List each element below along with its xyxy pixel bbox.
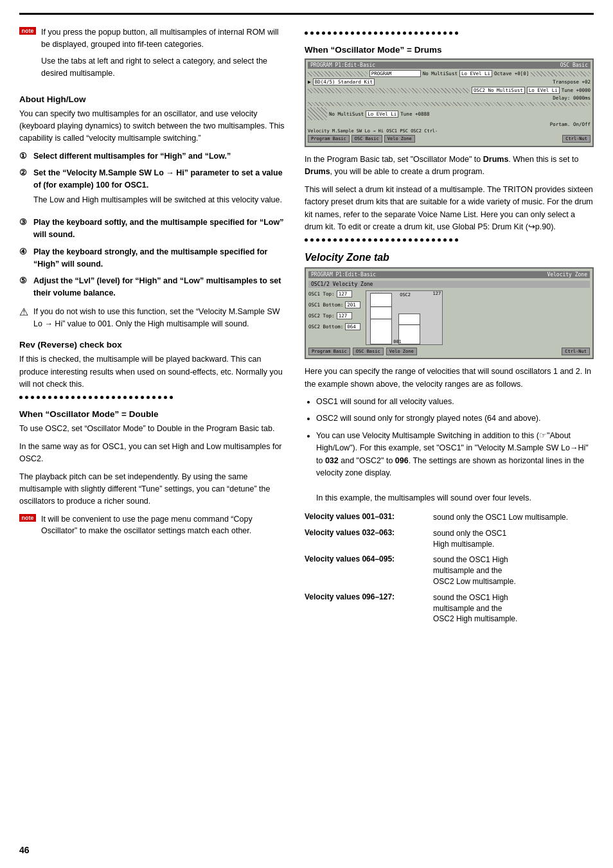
drums-play-icon: ▶: [308, 79, 311, 85]
vz-osc1-line-2: [371, 319, 391, 319]
step-4: ④ Play the keyboard strongly, and the mu…: [19, 246, 289, 270]
vz-bullet-2: OSC2 will sound only for strongly played…: [316, 412, 594, 425]
step-2-content: Set the “Velocity M.Sample SW Lo → Hi” p…: [33, 167, 289, 211]
drums-btn-ctrl[interactable]: Ctrl-Nut: [562, 135, 591, 143]
dot: [310, 238, 314, 242]
dot: [380, 31, 383, 35]
vz-bottom-btns: Program Basic OSC Basic Velo Zone Ctrl-N…: [308, 348, 590, 355]
vel-key-1: Velocity values 001–031:: [305, 512, 433, 521]
dot: [420, 238, 423, 242]
dot: [37, 396, 40, 399]
dot: [426, 31, 429, 35]
vz-btn-program[interactable]: Program Basic: [308, 348, 350, 355]
vz-osc1-bar: [370, 293, 392, 344]
vz-osc2-graph-label: OSC2: [400, 292, 411, 297]
step-2: ② Set the “Velocity M.Sample SW Lo → Hi”…: [19, 167, 289, 211]
vz-osc1-bottom-label: OSC1 Bottom:: [308, 302, 343, 308]
step-1-text: Select different multisamples for “High”…: [33, 150, 231, 163]
dot: [443, 31, 447, 35]
vz-osc1-top-val: 127: [337, 290, 352, 297]
when-double-heading: When “Oscillator Mode” = Double: [19, 409, 289, 419]
vz-osc2-bar: [398, 314, 420, 344]
vz-osc2-bottom-row: OSC2 Bottom: 064: [308, 323, 360, 330]
dot: [310, 31, 314, 35]
drums-hatch-2: [531, 71, 591, 76]
dot: [403, 238, 406, 242]
right-column: When “Oscillator Mode” = Drums PROGRAM P…: [305, 26, 594, 849]
vz-osc1-bottom-val: 201: [345, 301, 360, 308]
drums-btn-velo[interactable]: Velo Zone: [384, 135, 415, 143]
vz-btn-velo[interactable]: Velo Zone: [386, 348, 417, 355]
dot: [316, 238, 319, 242]
dot: [345, 31, 348, 35]
vel-key-4: Velocity values 096–127:: [305, 592, 433, 601]
vz-title-left: PROGRAM P1:Edit-Basic: [311, 272, 376, 278]
note-text-top: If you press the popup button, all multi…: [41, 26, 289, 84]
dot: [432, 238, 435, 242]
dot: [54, 396, 57, 399]
vz-btn-osc[interactable]: OSC Basic: [353, 348, 384, 355]
dot: [420, 31, 423, 35]
drums-screen-row-2: ▶ BD(4/5) Standard Kit Transpose +02: [308, 78, 591, 85]
drums-screen-row-velocity: Velocity M.Sample SW Lo → Hi OSC1 PSC OS…: [308, 128, 591, 134]
dot: [77, 396, 80, 399]
drums-btn-osc[interactable]: OSC Basic: [351, 135, 382, 143]
drums-screen-title-right: OSC Basic: [560, 62, 588, 68]
drums-btn-program[interactable]: Program Basic: [308, 135, 350, 143]
dot: [345, 238, 348, 242]
dot: [414, 238, 418, 242]
drums-kit-field: BD(4/5) Standard Kit: [313, 78, 375, 85]
dots-separator-mid-right: [305, 238, 594, 242]
dot: [426, 238, 429, 242]
dot: [106, 396, 109, 399]
dot: [94, 396, 98, 399]
vz-labels: OSC1 Top: 127 OSC1 Bottom: 201 OSC2 Top:…: [308, 290, 360, 345]
vz-btn-ctrl[interactable]: Ctrl-Nut: [562, 348, 590, 355]
when-double-intro-3: The playback pitch can be set independen…: [19, 471, 289, 508]
drums-screen: PROGRAM P1:Edit-Basic OSC Basic PROGRAM …: [305, 58, 594, 147]
dot: [374, 238, 377, 242]
vz-osc2-line-1: [399, 324, 420, 325]
dot: [25, 396, 28, 399]
dot: [305, 238, 308, 242]
drums-field-octave: Lo EVel Li: [459, 70, 492, 77]
about-high-low-heading: About High/Low: [19, 94, 289, 104]
dots-separator-1: [19, 396, 289, 399]
step-2-num: ②: [19, 167, 30, 211]
drums-screen-row-4: Delay: 0000ms: [308, 95, 591, 101]
vz-titlebar: PROGRAM P1:Edit-Basic Velocity Zone: [308, 271, 590, 278]
vel-key-3: Velocity values 064–095:: [305, 554, 433, 563]
vel-row-3: Velocity values 064–095: sound the OSC1 …: [305, 554, 594, 587]
step-3: ③ Play the keyboard softly, and the mult…: [19, 217, 289, 241]
note-icon-double: note: [19, 514, 36, 522]
dot: [438, 238, 441, 242]
drums-screen-row-3: OSC2 No MultiSust Lo EVel Li Tune +0000: [308, 87, 591, 94]
dot: [305, 31, 308, 35]
step-2-extra: The Low and High multisamples will be sw…: [33, 194, 289, 206]
dot: [449, 238, 452, 242]
vz-content-area: OSC1 Top: 127 OSC1 Bottom: 201 OSC2 Top:…: [308, 290, 590, 345]
vz-num-001: 001: [393, 339, 402, 344]
dot: [351, 31, 354, 35]
page: note If you press the popup button, all …: [0, 0, 613, 868]
drums-transpose-label: Transpose +02: [553, 79, 591, 85]
dot: [455, 238, 458, 242]
warning-text: If you do not wish to use this function,…: [33, 306, 289, 330]
dot: [449, 31, 452, 35]
dot: [83, 396, 86, 399]
step-4-text: Play the keyboard strongly, and the mult…: [33, 246, 289, 270]
drums-screen-titlebar: PROGRAM P1:Edit-Basic OSC Basic: [308, 62, 591, 69]
dot: [48, 396, 51, 399]
drums-portamento-label: Portam. On/Off: [550, 121, 591, 127]
vel-val-1: sound only the OSC1 Low multisample.: [433, 512, 568, 523]
dot: [147, 396, 150, 399]
vz-bullet-3: You can use Velocity Multisample Switchi…: [316, 430, 594, 504]
vel-val-4: sound the OSC1 Highmultisample and theOS…: [433, 592, 517, 624]
dot: [403, 31, 406, 35]
note-box-double: note It will be convenient to use the pa…: [19, 513, 289, 538]
note-box-top: note If you press the popup button, all …: [19, 26, 289, 84]
page-number: 46: [19, 845, 30, 855]
dot: [386, 31, 389, 35]
dot: [89, 396, 92, 399]
vz-title-right: Velocity Zone: [547, 272, 587, 278]
